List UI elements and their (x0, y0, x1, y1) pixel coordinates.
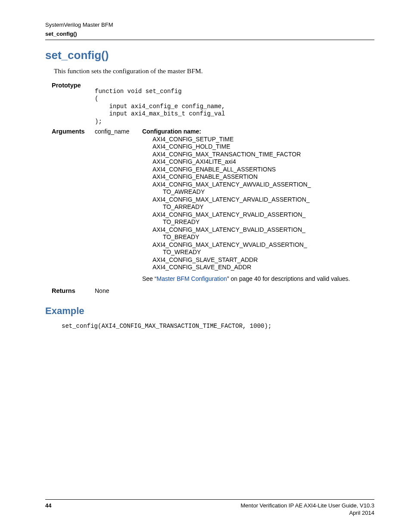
example-heading: Example (45, 305, 374, 317)
config-item-cont: TO_RREADY (163, 218, 374, 226)
config-item: AXI4_CONFIG_MAX_LATENCY_AWVALID_ASSERTIO… (153, 181, 374, 189)
config-item: AXI4_CONFIG_ENABLE_ASSERTION (153, 173, 374, 181)
config-item: AXI4_CONFIG_MAX_LATENCY_RVALID_ASSERTION… (153, 211, 374, 219)
config-item: AXI4_CONFIG_AXI4LITE_axi4 (153, 158, 374, 166)
config-item-cont: TO_AWREADY (163, 188, 374, 196)
prototype-label: Prototype (52, 82, 81, 89)
header-rule (45, 40, 374, 40)
config-item: AXI4_CONFIG_SLAVE_END_ADDR (153, 264, 374, 271)
returns-value: None (95, 287, 109, 294)
see-reference: See “Master BFM Configuration” on page 4… (142, 275, 374, 283)
config-item-cont: TO_ARREADY (163, 203, 374, 211)
footer-doc-title: Mentor Verification IP AE AXI4-Lite User… (241, 502, 374, 510)
config-item: AXI4_CONFIG_SETUP_TIME (153, 136, 374, 143)
config-item: AXI4_CONFIG_MAX_TRANSACTION_TIME_FACTOR (153, 151, 374, 159)
config-item: AXI4_CONFIG_ENABLE_ALL_ASSERTIONS (153, 166, 374, 174)
arguments-label: Arguments (52, 128, 85, 135)
argument-name: config_name (95, 128, 142, 135)
master-bfm-config-link[interactable]: Master BFM Configuration (156, 275, 227, 282)
argument-description: Configuration name: AXI4_CONFIG_SETUP_TI… (142, 128, 374, 283)
intro-text: This function sets the configuration of … (54, 67, 374, 75)
config-item: AXI4_CONFIG_MAX_LATENCY_BVALID_ASSERTION… (153, 226, 374, 234)
running-header-line1: SystemVerilog Master BFM (45, 22, 374, 29)
footer-date: April 2014 (241, 510, 374, 517)
config-item: AXI4_CONFIG_SLAVE_START_ADDR (153, 256, 374, 264)
running-header-line2: set_config() (45, 31, 374, 38)
footer-rule (45, 499, 374, 500)
config-item: AXI4_CONFIG_MAX_LATENCY_ARVALID_ASSERTIO… (153, 196, 374, 204)
page-title: set_config() (45, 49, 374, 62)
config-item: AXI4_CONFIG_MAX_LATENCY_WVALID_ASSERTION… (153, 241, 374, 249)
config-name-label: Configuration name: (142, 128, 374, 136)
config-item-cont: TO_BREADY (163, 233, 374, 241)
returns-label: Returns (52, 287, 75, 294)
config-item: AXI4_CONFIG_HOLD_TIME (153, 143, 374, 151)
example-code: set_config(AXI4_CONFIG_MAX_TRANSACTION_T… (62, 323, 374, 330)
config-item-cont: TO_WREADY (163, 249, 374, 256)
page-number: 44 (45, 502, 51, 509)
prototype-code: function void set_config ( input axi4_co… (95, 82, 225, 126)
